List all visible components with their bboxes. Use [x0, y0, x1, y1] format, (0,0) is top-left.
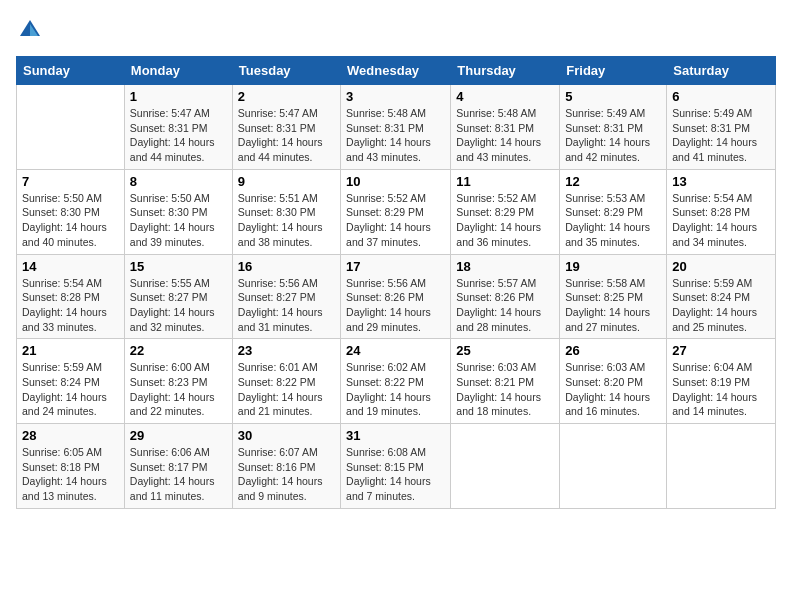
day-info: Sunrise: 5:59 AM Sunset: 8:24 PM Dayligh…: [672, 276, 770, 335]
calendar-cell: 11Sunrise: 5:52 AM Sunset: 8:29 PM Dayli…: [451, 169, 560, 254]
day-info: Sunrise: 6:03 AM Sunset: 8:21 PM Dayligh…: [456, 360, 554, 419]
day-number: 15: [130, 259, 227, 274]
calendar-cell: 30Sunrise: 6:07 AM Sunset: 8:16 PM Dayli…: [232, 424, 340, 509]
day-number: 4: [456, 89, 554, 104]
day-info: Sunrise: 5:58 AM Sunset: 8:25 PM Dayligh…: [565, 276, 661, 335]
day-info: Sunrise: 5:48 AM Sunset: 8:31 PM Dayligh…: [456, 106, 554, 165]
weekday-header-saturday: Saturday: [667, 57, 776, 85]
day-info: Sunrise: 5:49 AM Sunset: 8:31 PM Dayligh…: [672, 106, 770, 165]
day-number: 13: [672, 174, 770, 189]
day-info: Sunrise: 5:53 AM Sunset: 8:29 PM Dayligh…: [565, 191, 661, 250]
calendar-table: SundayMondayTuesdayWednesdayThursdayFrid…: [16, 56, 776, 509]
calendar-cell: 21Sunrise: 5:59 AM Sunset: 8:24 PM Dayli…: [17, 339, 125, 424]
day-number: 7: [22, 174, 119, 189]
week-row-4: 21Sunrise: 5:59 AM Sunset: 8:24 PM Dayli…: [17, 339, 776, 424]
calendar-cell: 8Sunrise: 5:50 AM Sunset: 8:30 PM Daylig…: [124, 169, 232, 254]
calendar-cell: 28Sunrise: 6:05 AM Sunset: 8:18 PM Dayli…: [17, 424, 125, 509]
weekday-header-wednesday: Wednesday: [341, 57, 451, 85]
calendar-cell: 24Sunrise: 6:02 AM Sunset: 8:22 PM Dayli…: [341, 339, 451, 424]
calendar-cell: 3Sunrise: 5:48 AM Sunset: 8:31 PM Daylig…: [341, 85, 451, 170]
calendar-cell: 4Sunrise: 5:48 AM Sunset: 8:31 PM Daylig…: [451, 85, 560, 170]
weekday-header-thursday: Thursday: [451, 57, 560, 85]
day-info: Sunrise: 5:54 AM Sunset: 8:28 PM Dayligh…: [672, 191, 770, 250]
calendar-cell: [667, 424, 776, 509]
day-number: 16: [238, 259, 335, 274]
page-header: [16, 16, 776, 44]
day-info: Sunrise: 5:52 AM Sunset: 8:29 PM Dayligh…: [456, 191, 554, 250]
day-info: Sunrise: 6:08 AM Sunset: 8:15 PM Dayligh…: [346, 445, 445, 504]
week-row-2: 7Sunrise: 5:50 AM Sunset: 8:30 PM Daylig…: [17, 169, 776, 254]
day-number: 10: [346, 174, 445, 189]
weekday-header-monday: Monday: [124, 57, 232, 85]
day-number: 30: [238, 428, 335, 443]
day-number: 28: [22, 428, 119, 443]
day-info: Sunrise: 6:01 AM Sunset: 8:22 PM Dayligh…: [238, 360, 335, 419]
calendar-cell: 18Sunrise: 5:57 AM Sunset: 8:26 PM Dayli…: [451, 254, 560, 339]
calendar-cell: 27Sunrise: 6:04 AM Sunset: 8:19 PM Dayli…: [667, 339, 776, 424]
week-row-1: 1Sunrise: 5:47 AM Sunset: 8:31 PM Daylig…: [17, 85, 776, 170]
calendar-cell: 10Sunrise: 5:52 AM Sunset: 8:29 PM Dayli…: [341, 169, 451, 254]
calendar-cell: 31Sunrise: 6:08 AM Sunset: 8:15 PM Dayli…: [341, 424, 451, 509]
calendar-cell: 26Sunrise: 6:03 AM Sunset: 8:20 PM Dayli…: [560, 339, 667, 424]
calendar-cell: [560, 424, 667, 509]
calendar-cell: 5Sunrise: 5:49 AM Sunset: 8:31 PM Daylig…: [560, 85, 667, 170]
day-info: Sunrise: 5:59 AM Sunset: 8:24 PM Dayligh…: [22, 360, 119, 419]
week-row-3: 14Sunrise: 5:54 AM Sunset: 8:28 PM Dayli…: [17, 254, 776, 339]
day-number: 5: [565, 89, 661, 104]
day-info: Sunrise: 6:00 AM Sunset: 8:23 PM Dayligh…: [130, 360, 227, 419]
day-number: 14: [22, 259, 119, 274]
weekday-header-sunday: Sunday: [17, 57, 125, 85]
logo: [16, 16, 48, 44]
week-row-5: 28Sunrise: 6:05 AM Sunset: 8:18 PM Dayli…: [17, 424, 776, 509]
day-number: 23: [238, 343, 335, 358]
day-number: 31: [346, 428, 445, 443]
calendar-cell: 29Sunrise: 6:06 AM Sunset: 8:17 PM Dayli…: [124, 424, 232, 509]
weekday-header-row: SundayMondayTuesdayWednesdayThursdayFrid…: [17, 57, 776, 85]
day-info: Sunrise: 5:54 AM Sunset: 8:28 PM Dayligh…: [22, 276, 119, 335]
day-number: 27: [672, 343, 770, 358]
calendar-cell: [451, 424, 560, 509]
day-number: 20: [672, 259, 770, 274]
day-number: 11: [456, 174, 554, 189]
day-info: Sunrise: 5:56 AM Sunset: 8:26 PM Dayligh…: [346, 276, 445, 335]
day-info: Sunrise: 5:52 AM Sunset: 8:29 PM Dayligh…: [346, 191, 445, 250]
day-info: Sunrise: 6:02 AM Sunset: 8:22 PM Dayligh…: [346, 360, 445, 419]
calendar-cell: 12Sunrise: 5:53 AM Sunset: 8:29 PM Dayli…: [560, 169, 667, 254]
calendar-cell: 22Sunrise: 6:00 AM Sunset: 8:23 PM Dayli…: [124, 339, 232, 424]
calendar-cell: 6Sunrise: 5:49 AM Sunset: 8:31 PM Daylig…: [667, 85, 776, 170]
day-number: 25: [456, 343, 554, 358]
day-number: 17: [346, 259, 445, 274]
day-info: Sunrise: 5:50 AM Sunset: 8:30 PM Dayligh…: [130, 191, 227, 250]
day-info: Sunrise: 6:05 AM Sunset: 8:18 PM Dayligh…: [22, 445, 119, 504]
calendar-cell: 16Sunrise: 5:56 AM Sunset: 8:27 PM Dayli…: [232, 254, 340, 339]
day-info: Sunrise: 6:03 AM Sunset: 8:20 PM Dayligh…: [565, 360, 661, 419]
calendar-cell: 14Sunrise: 5:54 AM Sunset: 8:28 PM Dayli…: [17, 254, 125, 339]
weekday-header-tuesday: Tuesday: [232, 57, 340, 85]
calendar-cell: 1Sunrise: 5:47 AM Sunset: 8:31 PM Daylig…: [124, 85, 232, 170]
day-number: 26: [565, 343, 661, 358]
day-info: Sunrise: 5:56 AM Sunset: 8:27 PM Dayligh…: [238, 276, 335, 335]
day-info: Sunrise: 5:50 AM Sunset: 8:30 PM Dayligh…: [22, 191, 119, 250]
calendar-cell: 9Sunrise: 5:51 AM Sunset: 8:30 PM Daylig…: [232, 169, 340, 254]
day-number: 6: [672, 89, 770, 104]
day-number: 8: [130, 174, 227, 189]
day-number: 22: [130, 343, 227, 358]
logo-icon: [16, 16, 44, 44]
day-number: 29: [130, 428, 227, 443]
day-info: Sunrise: 5:51 AM Sunset: 8:30 PM Dayligh…: [238, 191, 335, 250]
day-info: Sunrise: 5:55 AM Sunset: 8:27 PM Dayligh…: [130, 276, 227, 335]
calendar-cell: 19Sunrise: 5:58 AM Sunset: 8:25 PM Dayli…: [560, 254, 667, 339]
calendar-cell: 13Sunrise: 5:54 AM Sunset: 8:28 PM Dayli…: [667, 169, 776, 254]
weekday-header-friday: Friday: [560, 57, 667, 85]
day-number: 2: [238, 89, 335, 104]
day-info: Sunrise: 5:47 AM Sunset: 8:31 PM Dayligh…: [238, 106, 335, 165]
calendar-cell: 20Sunrise: 5:59 AM Sunset: 8:24 PM Dayli…: [667, 254, 776, 339]
day-number: 12: [565, 174, 661, 189]
day-number: 3: [346, 89, 445, 104]
day-info: Sunrise: 6:06 AM Sunset: 8:17 PM Dayligh…: [130, 445, 227, 504]
day-number: 18: [456, 259, 554, 274]
calendar-cell: 2Sunrise: 5:47 AM Sunset: 8:31 PM Daylig…: [232, 85, 340, 170]
calendar-cell: [17, 85, 125, 170]
day-info: Sunrise: 5:57 AM Sunset: 8:26 PM Dayligh…: [456, 276, 554, 335]
day-number: 1: [130, 89, 227, 104]
